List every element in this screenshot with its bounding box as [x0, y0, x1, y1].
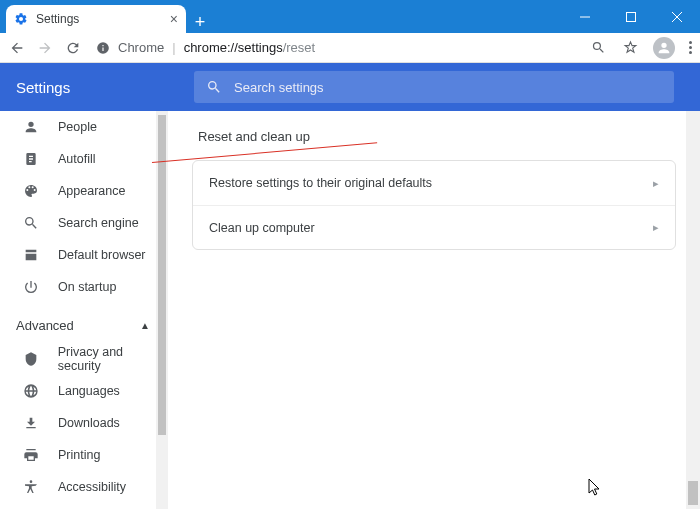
row-label: Restore settings to their original defau… — [209, 176, 432, 190]
new-tab-button[interactable]: + — [186, 12, 214, 33]
sidebar-item-search-engine[interactable]: Search engine — [0, 207, 168, 239]
sidebar-item-system[interactable]: System — [0, 503, 168, 509]
close-tab-icon[interactable]: × — [170, 12, 178, 26]
forward-button[interactable] — [36, 39, 54, 57]
url-text: chrome://settings/reset — [184, 40, 316, 55]
settings-row[interactable]: Restore settings to their original defau… — [193, 161, 675, 205]
settings-search[interactable]: Search settings — [194, 71, 674, 103]
shield-icon — [22, 350, 40, 368]
download-icon — [22, 414, 40, 432]
settings-main: Reset and clean up Restore settings to t… — [168, 111, 700, 509]
sidebar-item-on-startup[interactable]: On startup — [0, 271, 168, 303]
search-icon — [22, 214, 40, 232]
row-label: Clean up computer — [209, 221, 315, 235]
window-titlebar: Settings × + — [0, 0, 700, 33]
section-title: Reset and clean up — [192, 129, 676, 144]
sidebar-item-label: Privacy and security — [58, 345, 168, 373]
svg-rect-0 — [627, 12, 636, 21]
chevron-right-icon: ▸ — [653, 177, 659, 190]
site-info-icon[interactable] — [96, 41, 110, 55]
sidebar-item-privacy-and-security[interactable]: Privacy and security — [0, 343, 168, 375]
sidebar-item-label: Accessibility — [58, 480, 126, 494]
browser-icon — [22, 246, 40, 264]
reset-card: Restore settings to their original defau… — [192, 160, 676, 250]
sidebar-item-label: On startup — [58, 280, 116, 294]
sidebar-item-printing[interactable]: Printing — [0, 439, 168, 471]
bookmark-star-icon[interactable] — [621, 39, 639, 57]
tab-title: Settings — [36, 12, 162, 26]
page-scrollbar[interactable] — [686, 111, 700, 509]
search-placeholder: Search settings — [234, 80, 324, 95]
address-bar[interactable]: Chrome | chrome://settings/reset — [92, 40, 571, 55]
sidebar-item-label: Autofill — [58, 152, 96, 166]
power-icon — [22, 278, 40, 296]
sidebar-item-label: People — [58, 120, 97, 134]
autofill-icon — [22, 150, 40, 168]
sidebar-item-label: Default browser — [58, 248, 146, 262]
palette-icon — [22, 182, 40, 200]
menu-button[interactable] — [689, 41, 692, 54]
accessibility-icon — [22, 478, 40, 496]
sidebar-item-accessibility[interactable]: Accessibility — [0, 471, 168, 503]
chevron-up-icon: ▲ — [140, 320, 150, 331]
print-icon — [22, 446, 40, 464]
maximize-button[interactable] — [608, 0, 654, 33]
minimize-button[interactable] — [562, 0, 608, 33]
sidebar-item-languages[interactable]: Languages — [0, 375, 168, 407]
settings-sidebar: PeopleAutofillAppearanceSearch engineDef… — [0, 111, 168, 509]
settings-header: Settings Search settings — [0, 63, 700, 111]
sidebar-item-default-browser[interactable]: Default browser — [0, 239, 168, 271]
close-window-button[interactable] — [654, 0, 700, 33]
window-controls — [562, 0, 700, 33]
reload-button[interactable] — [64, 39, 82, 57]
sidebar-item-appearance[interactable]: Appearance — [0, 175, 168, 207]
settings-title: Settings — [16, 79, 194, 96]
sidebar-item-label: Search engine — [58, 216, 139, 230]
tab-strip: Settings × + — [0, 0, 214, 33]
browser-tab[interactable]: Settings × — [6, 5, 186, 33]
sidebar-item-label: Appearance — [58, 184, 125, 198]
back-button[interactable] — [8, 39, 26, 57]
gear-icon — [14, 12, 28, 26]
sidebar-item-label: Downloads — [58, 416, 120, 430]
browser-toolbar: Chrome | chrome://settings/reset — [0, 33, 700, 63]
search-icon — [206, 79, 222, 95]
sidebar-item-label: Languages — [58, 384, 120, 398]
url-origin-label: Chrome — [118, 40, 164, 55]
sidebar-item-autofill[interactable]: Autofill — [0, 143, 168, 175]
globe-icon — [22, 382, 40, 400]
sidebar-section-advanced[interactable]: Advanced▲ — [0, 307, 168, 343]
sidebar-scrollbar[interactable] — [156, 111, 168, 509]
search-omnibox-icon[interactable] — [589, 39, 607, 57]
sidebar-item-label: Printing — [58, 448, 100, 462]
person-icon — [22, 118, 40, 136]
chevron-right-icon: ▸ — [653, 221, 659, 234]
profile-avatar[interactable] — [653, 37, 675, 59]
sidebar-item-downloads[interactable]: Downloads — [0, 407, 168, 439]
sidebar-item-people[interactable]: People — [0, 111, 168, 143]
settings-row[interactable]: Clean up computer▸ — [193, 205, 675, 249]
